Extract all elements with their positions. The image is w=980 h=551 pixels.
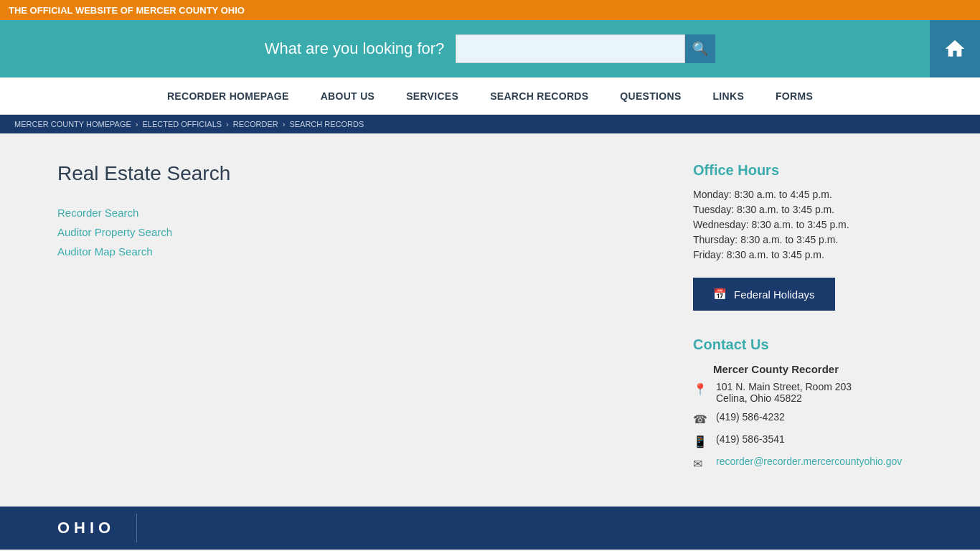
- breadcrumb-sep-2: ›: [226, 120, 229, 128]
- federal-holidays-label: Federal Holidays: [734, 288, 815, 301]
- nav-item-links[interactable]: LINKS: [697, 77, 760, 115]
- header-search-area: What are you looking for? 🔍: [0, 20, 980, 77]
- contact-phone: (419) 586-4232: [716, 411, 785, 423]
- home-icon: [943, 37, 966, 60]
- breadcrumb-recorder[interactable]: RECORDER: [233, 120, 278, 128]
- hours-monday: Monday: 8:30 a.m. to 4:45 p.m.: [693, 189, 923, 200]
- nav-item-questions[interactable]: QUESTIONS: [604, 77, 697, 115]
- right-sidebar: Office Hours Monday: 8:30 a.m. to 4:45 p…: [693, 162, 923, 478]
- nav-item-search-records[interactable]: SEARCH RECORDS: [474, 77, 604, 115]
- contact-title: Contact Us: [693, 336, 923, 353]
- contact-org: Mercer County Recorder: [713, 363, 923, 375]
- search-input[interactable]: [456, 34, 685, 63]
- breadcrumb: MERCER COUNTY HOMEPAGE › ELECTED OFFICIA…: [0, 115, 980, 133]
- search-label: What are you looking for?: [265, 39, 445, 58]
- home-button[interactable]: [930, 20, 980, 77]
- auditor-map-search-link[interactable]: Auditor Map Search: [57, 245, 664, 258]
- contact-address-row: 📍 101 N. Main Street, Room 203 Celina, O…: [693, 381, 923, 404]
- top-banner-text: THE OFFICIAL WEBSITE OF MERCER COUNTY OH…: [9, 5, 245, 16]
- contact-address-line1: 101 N. Main Street, Room 203: [716, 381, 852, 392]
- contact-section: Contact Us Mercer County Recorder 📍 101 …: [693, 336, 923, 471]
- contact-email-row: ✉ recorder@recorder.mercercountyohio.gov: [693, 456, 923, 471]
- calendar-icon: 📅: [713, 288, 727, 301]
- page-title: Real Estate Search: [57, 162, 664, 185]
- hours-tuesday: Tuesday: 8:30 a.m. to 3:45 p.m.: [693, 204, 923, 215]
- contact-fax-row: 📱 (419) 586-3541: [693, 433, 923, 448]
- breadcrumb-elected-officials[interactable]: ELECTED OFFICIALS: [142, 120, 222, 128]
- breadcrumb-mercer-homepage[interactable]: MERCER COUNTY HOMEPAGE: [14, 120, 131, 128]
- contact-email-link[interactable]: recorder@recorder.mercercountyohio.gov: [716, 456, 902, 467]
- top-banner: THE OFFICIAL WEBSITE OF MERCER COUNTY OH…: [0, 0, 980, 20]
- breadcrumb-sep-1: ›: [136, 120, 138, 128]
- breadcrumb-sep-3: ›: [283, 120, 286, 128]
- footer-divider: [136, 514, 137, 542]
- hours-friday: Friday: 8:30 a.m. to 3:45 p.m.: [693, 249, 923, 260]
- nav-item-forms[interactable]: FORMS: [760, 77, 829, 115]
- contact-phone-row: ☎ (419) 586-4232: [693, 411, 923, 426]
- contact-address-line2: Celina, Ohio 45822: [716, 392, 852, 404]
- phone-icon: ☎: [693, 413, 710, 426]
- main-content: Real Estate Search Recorder Search Audit…: [0, 133, 980, 507]
- recorder-search-link[interactable]: Recorder Search: [57, 207, 664, 219]
- auditor-property-search-link[interactable]: Auditor Property Search: [57, 226, 664, 238]
- office-hours-title: Office Hours: [693, 162, 923, 179]
- location-icon: 📍: [693, 382, 710, 396]
- footer: OHIO: [0, 507, 980, 550]
- nav-item-services[interactable]: SERVICES: [390, 77, 474, 115]
- main-nav: RECORDER HOMEPAGE ABOUT US SERVICES SEAR…: [0, 77, 980, 115]
- federal-holidays-button[interactable]: 📅 Federal Holidays: [693, 278, 835, 311]
- hours-wednesday: Wednesday: 8:30 a.m. to 3:45 p.m.: [693, 219, 923, 230]
- search-icon: 🔍: [692, 41, 708, 57]
- search-box: 🔍: [456, 34, 715, 63]
- fax-icon: 📱: [693, 435, 710, 448]
- nav-item-about-us[interactable]: ABOUT US: [305, 77, 391, 115]
- footer-logo: OHIO: [57, 519, 115, 537]
- breadcrumb-current: SEARCH RECORDS: [289, 120, 364, 128]
- nav-item-recorder-homepage[interactable]: RECORDER HOMEPAGE: [151, 77, 305, 115]
- email-icon: ✉: [693, 457, 710, 471]
- contact-fax: (419) 586-3541: [716, 433, 785, 445]
- hours-thursday: Thursday: 8:30 a.m. to 3:45 p.m.: [693, 234, 923, 245]
- left-column: Real Estate Search Recorder Search Audit…: [57, 162, 664, 478]
- hours-list: Monday: 8:30 a.m. to 4:45 p.m. Tuesday: …: [693, 189, 923, 260]
- search-button[interactable]: 🔍: [685, 34, 715, 63]
- contact-address: 101 N. Main Street, Room 203 Celina, Ohi…: [716, 381, 852, 404]
